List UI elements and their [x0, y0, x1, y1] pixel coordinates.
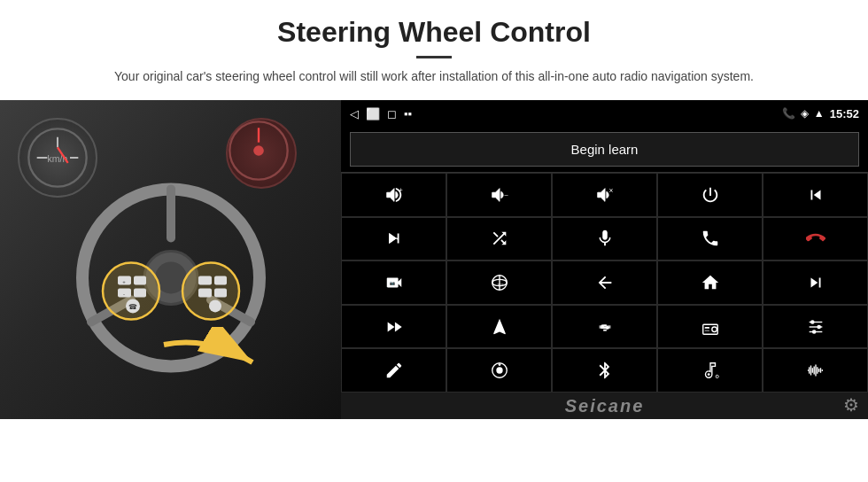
- svg-text:+: +: [122, 279, 126, 284]
- mic-button[interactable]: [552, 217, 657, 261]
- svg-point-43: [601, 324, 604, 328]
- svg-text:⚙: ⚙: [714, 373, 718, 379]
- begin-learn-button[interactable]: Begin learn: [350, 132, 859, 167]
- begin-learn-row: Begin learn: [341, 127, 868, 172]
- icon-grid: + – ×: [341, 172, 868, 393]
- navigation-button[interactable]: [446, 305, 552, 349]
- pen-button[interactable]: [341, 348, 446, 393]
- yellow-arrow: [155, 327, 270, 393]
- svg-text:☎: ☎: [128, 303, 137, 311]
- power-button[interactable]: [657, 173, 763, 217]
- back-nav-icon[interactable]: ◁: [350, 107, 359, 120]
- brand-logo: Seicane: [565, 396, 645, 416]
- status-right: 📞 ◈ ▲ 15:52: [782, 107, 859, 120]
- svg-text:+: +: [399, 186, 402, 194]
- music-settings-button[interactable]: ⚙: [657, 348, 763, 393]
- status-left: ◁ ⬜ ◻ ▪▪: [350, 107, 412, 120]
- mute-button[interactable]: ×: [552, 173, 657, 217]
- status-bar: ◁ ⬜ ◻ ▪▪ 📞 ◈ ▲ 15:52: [341, 100, 868, 127]
- svg-rect-49: [704, 330, 709, 330]
- svg-rect-21: [134, 288, 146, 297]
- waveform-button[interactable]: [763, 348, 868, 393]
- svg-point-55: [811, 330, 816, 334]
- hang-up-button[interactable]: [763, 217, 868, 261]
- gear-settings-icon[interactable]: ⚙: [843, 394, 859, 416]
- skip-next-button[interactable]: [341, 217, 446, 261]
- svg-text:📷: 📷: [389, 280, 394, 286]
- phone-status-icon: 📞: [782, 107, 795, 120]
- svg-text:360°: 360°: [497, 283, 505, 287]
- svg-point-29: [209, 299, 221, 312]
- svg-point-57: [496, 368, 502, 374]
- bluetooth-button[interactable]: [552, 348, 657, 393]
- page-header: Steering Wheel Control Your original car…: [0, 0, 868, 95]
- control-panel: ◁ ⬜ ◻ ▪▪ 📞 ◈ ▲ 15:52 Begin learn + –: [341, 100, 868, 419]
- phone-button[interactable]: [657, 217, 763, 261]
- vol-down-button[interactable]: –: [446, 173, 552, 217]
- home-button[interactable]: [657, 260, 763, 305]
- svg-rect-25: [198, 276, 212, 284]
- title-divider: [416, 56, 452, 58]
- back-button[interactable]: [552, 260, 657, 305]
- svg-rect-26: [198, 288, 212, 297]
- status-time: 15:52: [830, 107, 859, 120]
- location-icon: ◈: [801, 107, 809, 120]
- sliders-button[interactable]: [763, 305, 868, 349]
- view-360-button[interactable]: 360°: [446, 260, 552, 305]
- svg-rect-27: [214, 276, 227, 284]
- page-title: Steering Wheel Control: [53, 16, 815, 49]
- equalizer-button[interactable]: [552, 305, 657, 349]
- svg-point-7: [253, 145, 264, 156]
- bottom-bar: Seicane ⚙: [341, 393, 868, 419]
- svg-rect-20: [134, 276, 146, 284]
- svg-text:–: –: [504, 190, 508, 198]
- svg-rect-42: [603, 329, 607, 330]
- svg-point-59: [707, 373, 709, 376]
- svg-point-53: [810, 320, 815, 324]
- svg-rect-28: [214, 288, 227, 297]
- content-area: km/h: [0, 100, 868, 419]
- page-subtitle: Your original car's steering wheel contr…: [53, 67, 815, 86]
- knob-button[interactable]: [446, 348, 552, 393]
- car-image-section: km/h: [0, 100, 341, 419]
- vol-up-button[interactable]: +: [341, 173, 446, 217]
- wifi-icon: ▲: [814, 107, 825, 120]
- gauge-right: [226, 118, 297, 189]
- fast-forward-button[interactable]: [341, 305, 446, 349]
- radio-button[interactable]: [657, 305, 763, 349]
- shuffle-button[interactable]: [446, 217, 552, 261]
- skip-prev-button[interactable]: [763, 260, 868, 305]
- svg-point-44: [605, 326, 608, 330]
- svg-rect-34: [397, 234, 399, 244]
- prev-track-button[interactable]: [763, 173, 868, 217]
- camera-button[interactable]: 📷: [341, 260, 446, 305]
- svg-rect-48: [704, 327, 709, 329]
- svg-rect-45: [702, 324, 717, 334]
- home-nav-icon[interactable]: ⬜: [366, 107, 380, 120]
- window-nav-icon[interactable]: ◻: [387, 107, 397, 120]
- svg-text:-: -: [123, 292, 125, 297]
- svg-point-54: [817, 324, 821, 329]
- svg-point-58: [498, 363, 500, 366]
- svg-point-46: [711, 327, 717, 332]
- svg-text:×: ×: [608, 187, 613, 195]
- signal-icon: ▪▪: [404, 107, 412, 120]
